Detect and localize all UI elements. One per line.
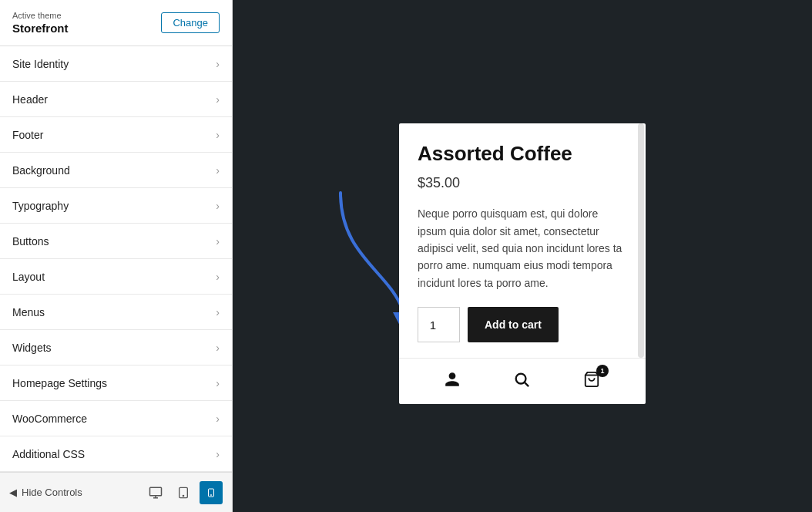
chevron-right-icon: ›	[216, 235, 220, 248]
sidebar-item-label: Layout	[12, 271, 45, 283]
chevron-right-icon: ›	[216, 93, 220, 106]
sidebar-item-background[interactable]: Background ›	[0, 153, 232, 188]
sidebar-item-label: Site Identity	[12, 58, 69, 70]
change-theme-button[interactable]: Change	[161, 12, 220, 33]
cart-icon[interactable]: 1	[582, 371, 601, 392]
sidebar-item-label: Widgets	[12, 342, 52, 354]
customizer-sidebar: Active theme Storefront Change Site Iden…	[0, 0, 233, 512]
tablet-icon	[177, 486, 190, 500]
product-actions: Add to cart	[418, 307, 627, 342]
sidebar-item-label: Buttons	[12, 235, 49, 248]
mobile-view-button[interactable]	[200, 481, 223, 504]
svg-rect-0	[150, 487, 162, 496]
chevron-right-icon: ›	[216, 306, 220, 318]
svg-point-8	[516, 374, 526, 384]
sidebar-item-additional-css[interactable]: Additional CSS ›	[0, 436, 232, 472]
preview-footer-nav: 1	[399, 359, 646, 404]
product-title: Assorted Coffee	[418, 142, 627, 166]
viewport-controls	[144, 481, 223, 504]
sidebar-item-homepage-settings[interactable]: Homepage Settings ›	[0, 365, 232, 401]
customizer-nav: Site Identity ›Header ›Footer ›Backgroun…	[0, 46, 232, 472]
svg-point-6	[211, 494, 212, 495]
desktop-icon	[149, 486, 163, 500]
theme-name: Storefront	[12, 22, 69, 35]
sidebar-item-label: Additional CSS	[12, 448, 85, 460]
sidebar-header: Active theme Storefront Change	[0, 0, 232, 46]
sidebar-item-label: Homepage Settings	[12, 377, 107, 389]
sidebar-item-buttons[interactable]: Buttons ›	[0, 224, 232, 259]
add-to-cart-button[interactable]: Add to cart	[468, 307, 559, 342]
chevron-right-icon: ›	[216, 271, 220, 283]
product-content: Assorted Coffee $35.00 Neque porro quisq…	[399, 123, 646, 342]
hide-controls-label: Hide Controls	[22, 487, 82, 498]
tablet-view-button[interactable]	[172, 481, 195, 504]
quantity-input[interactable]	[418, 307, 460, 342]
chevron-right-icon: ›	[216, 200, 220, 212]
chevron-right-icon: ›	[216, 342, 220, 354]
sidebar-item-layout[interactable]: Layout ›	[0, 259, 232, 295]
chevron-right-icon: ›	[216, 448, 220, 460]
product-description: Neque porro quisquam est, qui dolore ips…	[418, 205, 627, 291]
sidebar-item-header[interactable]: Header ›	[0, 82, 232, 117]
sidebar-item-woocommerce[interactable]: WooCommerce ›	[0, 401, 232, 436]
sidebar-item-label: Background	[12, 164, 70, 177]
sidebar-item-label: Footer	[12, 129, 43, 141]
sidebar-item-label: Menus	[12, 306, 45, 318]
hide-controls-button[interactable]: ◀ Hide Controls	[9, 487, 82, 498]
mobile-icon	[206, 486, 216, 500]
sidebar-item-label: Typography	[12, 200, 69, 212]
sidebar-item-menus[interactable]: Menus ›	[0, 295, 232, 330]
svg-point-4	[183, 495, 183, 496]
sidebar-item-footer[interactable]: Footer ›	[0, 117, 232, 153]
search-icon[interactable]	[513, 371, 530, 392]
svg-line-9	[525, 382, 528, 386]
chevron-right-icon: ›	[216, 413, 220, 425]
chevron-right-icon: ›	[216, 58, 220, 70]
sidebar-item-widgets[interactable]: Widgets ›	[0, 330, 232, 365]
preview-area: Assorted Coffee $35.00 Neque porro quisq…	[233, 0, 812, 512]
sidebar-item-label: WooCommerce	[12, 413, 87, 425]
chevron-right-icon: ›	[216, 164, 220, 177]
hide-controls-icon: ◀	[9, 487, 17, 498]
chevron-right-icon: ›	[216, 129, 220, 141]
product-price: $35.00	[418, 175, 627, 191]
sidebar-footer: ◀ Hide Controls	[0, 472, 232, 512]
sidebar-item-typography[interactable]: Typography ›	[0, 188, 232, 224]
chevron-right-icon: ›	[216, 377, 220, 389]
sidebar-item-label: Header	[12, 93, 48, 106]
desktop-view-button[interactable]	[144, 481, 167, 504]
product-preview-card: Assorted Coffee $35.00 Neque porro quisq…	[399, 123, 646, 404]
account-icon[interactable]	[444, 371, 461, 392]
cart-badge: 1	[596, 365, 609, 377]
scrollbar[interactable]	[638, 123, 644, 358]
active-theme-label: Active theme	[12, 11, 69, 20]
theme-info: Active theme Storefront	[12, 11, 69, 35]
sidebar-item-site-identity[interactable]: Site Identity ›	[0, 46, 232, 82]
